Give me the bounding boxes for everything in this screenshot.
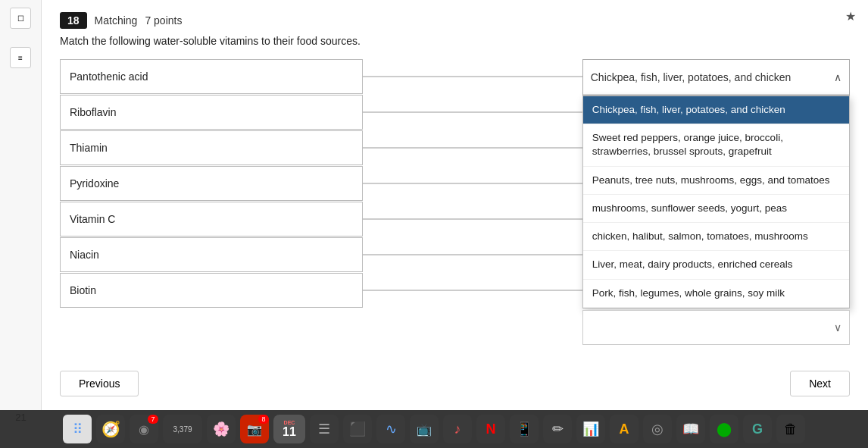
pin-icon[interactable]: ★ xyxy=(845,9,856,23)
dock-google[interactable]: G xyxy=(743,415,772,443)
dropdown-option-2[interactable]: Sweet red peppers, orange juice, broccol… xyxy=(583,124,849,166)
dock-notes[interactable]: ⬛ xyxy=(343,415,372,443)
right-dropdown-area: Chickpea, fish, liver, potatoes, and chi… xyxy=(582,59,850,345)
left-items-column: Pantothenic acid Riboflavin Thiamin Pyri… xyxy=(60,59,363,309)
dropdown-bottom-bar[interactable]: ∨ xyxy=(582,310,850,345)
badge-8: 8 xyxy=(258,415,269,424)
dock-tv[interactable]: 📺 xyxy=(410,415,439,443)
dropdown-option-7[interactable]: Pork, fish, legumes, whole grains, soy m… xyxy=(583,280,849,308)
dock-music[interactable]: ♪ xyxy=(443,415,472,443)
music-icon: ♪ xyxy=(454,421,461,437)
news-icon: N xyxy=(486,421,496,437)
main-content: 18 Matching 7 points ★ Match the followi… xyxy=(42,0,868,410)
wave-icon: ∿ xyxy=(386,421,397,437)
messages-icon: 3,379 xyxy=(173,425,192,434)
dock-system[interactable]: ◎ xyxy=(643,415,672,443)
dock-trash[interactable]: 🗑 xyxy=(776,415,805,443)
dock-messages[interactable]: 3,379 xyxy=(163,415,202,443)
dock-news[interactable]: N xyxy=(476,415,505,443)
left-item-3: Thiamin xyxy=(60,130,363,165)
dock-photos[interactable]: 🌸 xyxy=(207,415,236,443)
camera-icon: 📷 xyxy=(247,422,262,437)
left-item-4: Pyridoxine xyxy=(60,166,363,201)
dock-books[interactable]: 📖 xyxy=(676,415,705,443)
trash-icon: 🗑 xyxy=(784,421,798,437)
dock-stats[interactable]: 📊 xyxy=(576,415,605,443)
photos-icon: 🌸 xyxy=(213,421,229,437)
dropdown-list[interactable]: Chickpea, fish, liver, potatoes, and chi… xyxy=(582,96,850,309)
dock-app-badge[interactable]: ◉ 7 xyxy=(130,415,158,443)
dropdown-option-4[interactable]: mushrooms, sunflower seeds, yogurt, peas xyxy=(583,195,849,223)
dock-iphone[interactable]: 📱 xyxy=(510,415,539,443)
dropdown-option-1[interactable]: Chickpea, fish, liver, potatoes, and chi… xyxy=(583,96,849,124)
question-text: Match the following water-soluble vitami… xyxy=(60,35,850,47)
dock-pencil[interactable]: ✏ xyxy=(543,415,572,443)
dropdown-container[interactable]: Chickpea, fish, liver, potatoes, and chi… xyxy=(582,59,850,96)
calendar-day: 11 xyxy=(283,425,296,439)
dock-translate[interactable]: A xyxy=(610,415,639,443)
left-sidebar: ☐ ≡ xyxy=(0,0,42,410)
dock-wave[interactable]: ∿ xyxy=(376,415,405,443)
dropdown-option-6[interactable]: Liver, meat, dairy products, enriched ce… xyxy=(583,251,849,279)
dropdown-current-value: Chickpea, fish, liver, potatoes, and chi… xyxy=(591,71,834,83)
circle-icon: ⬤ xyxy=(717,421,732,437)
previous-button[interactable]: Previous xyxy=(60,371,139,396)
left-item-7: Biotin xyxy=(60,273,363,308)
finder-icon: ☰ xyxy=(318,421,330,437)
stats-icon: 📊 xyxy=(582,421,599,437)
dock-finder[interactable]: ☰ xyxy=(310,415,339,443)
navigation-buttons: Previous Next xyxy=(42,365,868,403)
chevron-down-icon[interactable]: ∨ xyxy=(834,321,841,334)
dock-calendar[interactable]: DEC 11 xyxy=(273,415,305,443)
connector-lines xyxy=(363,59,582,309)
dock-safari[interactable]: 🧭 xyxy=(96,415,125,443)
left-item-2: Riboflavin xyxy=(60,95,363,130)
iphone-icon: 📱 xyxy=(516,421,532,437)
left-item-6: Niacin xyxy=(60,237,363,272)
sidebar-icon-menu[interactable]: ≡ xyxy=(10,47,31,68)
translate-icon: A xyxy=(620,421,629,437)
dock-camera[interactable]: 📷 8 xyxy=(240,415,269,443)
system-icon: ◎ xyxy=(651,421,663,437)
safari-icon: 🧭 xyxy=(101,420,120,438)
taskbar: ⠿ 🧭 ◉ 7 3,379 🌸 📷 8 DEC 11 ☰ ⬛ ∿ 📺 ♪ N 📱… xyxy=(0,410,868,448)
calendar-month: DEC xyxy=(284,420,295,425)
badge-7: 7 xyxy=(148,415,158,424)
chevron-up-icon[interactable]: ∧ xyxy=(834,71,841,83)
launchpad-icon: ⠿ xyxy=(73,421,83,437)
question-points: 7 points xyxy=(145,14,182,27)
app-icon: ◉ xyxy=(139,422,149,437)
dropdown-option-5[interactable]: chicken, halibut, salmon, tomatoes, mush… xyxy=(583,223,849,251)
question-number: 18 xyxy=(60,12,87,29)
dock-launchpad[interactable]: ⠿ xyxy=(63,415,92,443)
question-type: Matching xyxy=(95,14,138,27)
notes-icon: ⬛ xyxy=(349,421,366,437)
books-icon: 📖 xyxy=(682,421,699,437)
dropdown-option-3[interactable]: Peanuts, tree nuts, mushrooms, eggs, and… xyxy=(583,167,849,195)
dock-circle[interactable]: ⬤ xyxy=(710,415,738,443)
next-button[interactable]: Next xyxy=(790,371,850,396)
matching-area: Pantothenic acid Riboflavin Thiamin Pyri… xyxy=(60,59,850,345)
left-item-5: Vitamin C xyxy=(60,202,363,237)
dropdown-selected-input[interactable]: Chickpea, fish, liver, potatoes, and chi… xyxy=(583,60,849,95)
left-item-1: Pantothenic acid xyxy=(60,59,363,94)
tv-icon: 📺 xyxy=(417,422,432,437)
pencil-icon: ✏ xyxy=(552,421,564,437)
question-header: 18 Matching 7 points ★ xyxy=(60,12,850,29)
google-icon: G xyxy=(752,421,763,437)
sidebar-icon-checkbox[interactable]: ☐ xyxy=(10,8,31,29)
